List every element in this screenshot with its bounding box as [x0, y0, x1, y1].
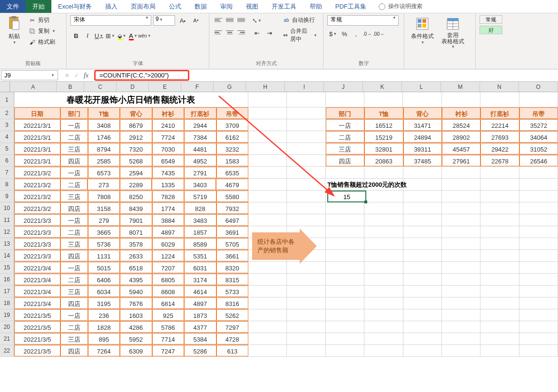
cell[interactable] [480, 321, 519, 333]
cell[interactable] [403, 226, 442, 238]
cell[interactable]: 5384 [184, 333, 216, 344]
cell[interactable]: 3884 [152, 214, 185, 226]
tab-developer[interactable]: 开发工具 [265, 0, 303, 13]
align-top-button[interactable] [213, 15, 224, 25]
cell[interactable] [248, 309, 287, 321]
cell[interactable] [287, 333, 325, 344]
cell[interactable]: 吊带 [519, 107, 558, 119]
cell[interactable]: 打底衫 [480, 107, 519, 119]
cell[interactable] [519, 92, 558, 107]
cell[interactable]: 8608 [152, 286, 185, 297]
cell[interactable] [519, 274, 558, 285]
cell[interactable] [480, 262, 519, 273]
cell[interactable]: 20221/3/1 [14, 143, 60, 154]
cell[interactable]: 5719 [184, 191, 216, 202]
col-header-N[interactable]: N [480, 82, 519, 92]
cell[interactable]: 二店 [326, 131, 364, 143]
cell[interactable]: 4679 [216, 179, 248, 190]
col-header-E[interactable]: E [149, 82, 181, 92]
cell[interactable] [480, 179, 519, 190]
tab-excel-finance[interactable]: Excel与财务 [51, 0, 98, 13]
cell[interactable]: 6162 [216, 131, 249, 143]
fx-icon[interactable]: fx [84, 72, 88, 79]
cell[interactable] [248, 297, 287, 309]
cell[interactable] [442, 262, 480, 273]
cell[interactable]: 3403 [184, 179, 216, 190]
row-header[interactable]: 9 [0, 191, 14, 202]
cell[interactable]: 8071 [120, 226, 152, 238]
cell[interactable]: 4897 [184, 297, 216, 309]
cell[interactable] [248, 321, 287, 333]
cell[interactable]: 一店 [60, 214, 88, 226]
cell[interactable]: 8316 [216, 297, 249, 309]
cell[interactable] [403, 238, 442, 249]
cell[interactable]: 20221/3/5 [14, 345, 60, 356]
cell[interactable]: 7247 [152, 345, 185, 356]
cell[interactable] [287, 202, 325, 214]
cell[interactable] [519, 286, 558, 297]
cell[interactable]: 3408 [88, 119, 120, 131]
cell[interactable]: 6497 [216, 214, 249, 226]
align-bottom-button[interactable] [236, 15, 246, 25]
orientation-button[interactable]: ⤡▼ [251, 15, 263, 26]
cell[interactable] [519, 309, 558, 321]
cell[interactable]: 日期 [14, 107, 60, 119]
cell[interactable] [326, 226, 364, 238]
cell[interactable] [403, 250, 442, 261]
cell[interactable]: 6549 [152, 155, 185, 166]
cell[interactable]: 28524 [442, 119, 480, 131]
accounting-format-button[interactable]: $▼ [327, 29, 339, 39]
cell[interactable]: 6535 [216, 167, 249, 178]
cell[interactable]: 6518 [120, 262, 152, 273]
cell[interactable] [480, 274, 519, 285]
cell[interactable]: 4952 [184, 155, 216, 166]
cell[interactable] [519, 191, 558, 202]
align-left-button[interactable] [213, 28, 224, 37]
col-header-C[interactable]: C [84, 82, 117, 92]
tab-page-layout[interactable]: 页面布局 [124, 0, 162, 13]
cell[interactable] [248, 345, 287, 356]
cell[interactable] [403, 345, 442, 356]
row-header[interactable]: 19 [0, 309, 14, 321]
cell[interactable]: 7808 [88, 191, 120, 202]
cell[interactable]: 20221/3/2 [14, 167, 60, 178]
cell[interactable]: 26546 [519, 155, 558, 166]
cell[interactable] [364, 202, 403, 214]
cell[interactable]: 2585 [88, 155, 120, 166]
cell[interactable]: 8679 [120, 119, 152, 131]
cell[interactable]: 2410 [152, 119, 185, 131]
cell[interactable] [442, 238, 480, 249]
cell[interactable]: 部门 [326, 107, 364, 119]
col-header-O[interactable]: O [519, 82, 558, 92]
cell[interactable] [364, 214, 403, 226]
cell[interactable] [519, 167, 558, 178]
cell[interactable]: 二店 [60, 321, 88, 333]
cell[interactable]: 35272 [519, 119, 558, 131]
cell[interactable]: 20221/3/3 [14, 238, 60, 249]
cell[interactable] [364, 297, 403, 309]
cell[interactable]: 7030 [152, 143, 185, 154]
cell[interactable]: 5952 [120, 333, 152, 344]
row-header[interactable]: 5 [0, 143, 14, 154]
cell[interactable] [519, 250, 558, 261]
cell[interactable]: 7384 [184, 131, 216, 143]
cell[interactable] [248, 333, 287, 344]
cell[interactable] [442, 286, 480, 297]
cell[interactable] [326, 238, 364, 249]
cell[interactable]: 1335 [152, 179, 184, 190]
copy-button[interactable]: ⿻ 复制▼ [27, 26, 58, 36]
name-box[interactable]: J9 ▼ [1, 70, 58, 80]
cell[interactable] [480, 214, 519, 226]
row-header[interactable]: 7 [0, 167, 14, 178]
cell[interactable] [442, 297, 480, 309]
tab-data[interactable]: 数据 [188, 0, 214, 13]
increase-font-button[interactable]: A▴ [177, 15, 188, 26]
row-header[interactable]: 1 [0, 92, 14, 107]
cell[interactable]: 5705 [216, 238, 249, 249]
tab-review[interactable]: 审阅 [214, 0, 239, 13]
cell[interactable]: 22214 [480, 119, 519, 131]
cell[interactable]: 2912 [120, 131, 152, 143]
cell[interactable]: 4481 [184, 143, 216, 154]
cell[interactable]: 7714 [152, 333, 185, 344]
cell[interactable]: 1774 [152, 202, 185, 214]
